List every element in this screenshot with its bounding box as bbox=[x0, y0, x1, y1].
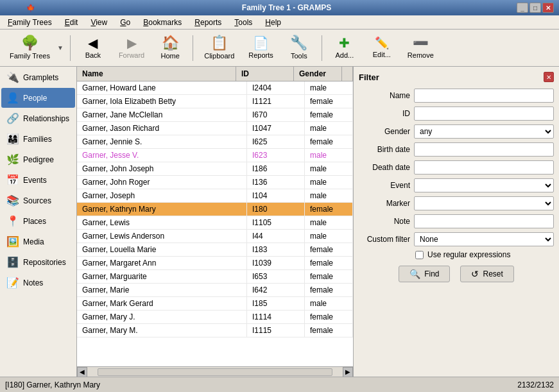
menu-reports[interactable]: Reports bbox=[189, 17, 227, 28]
td-gender: male bbox=[305, 149, 353, 162]
sidebar-item-relationships[interactable]: 🔗 Relationships bbox=[1, 108, 75, 128]
menu-edit[interactable]: Edit bbox=[60, 17, 83, 28]
tb-add-button[interactable]: ✚ Add... bbox=[327, 32, 362, 64]
sidebar-item-places[interactable]: 📍 Places bbox=[1, 211, 75, 231]
sidebar-item-families[interactable]: 👨‍👩‍👧 Families bbox=[1, 129, 75, 149]
hscroll-track[interactable] bbox=[98, 368, 332, 376]
horizontal-scrollbar[interactable]: ◀ ▶ bbox=[77, 366, 353, 377]
table-row[interactable]: Garner, Jane McClellanI670female bbox=[77, 108, 353, 122]
hscroll-left[interactable]: ◀ bbox=[77, 367, 87, 377]
table-row[interactable]: Garner, Jesse V.I623male bbox=[77, 149, 353, 162]
sidebar-item-events[interactable]: 📅 Events bbox=[1, 170, 75, 190]
td-id: I670 bbox=[247, 108, 305, 121]
td-name: Garner, Jesse V. bbox=[77, 149, 247, 162]
filter-custom-select[interactable]: None bbox=[414, 232, 554, 246]
sidebar-item-sources[interactable]: 📚 Sources bbox=[1, 191, 75, 210]
td-name: Garner, John Joseph bbox=[77, 162, 247, 175]
td-id: I185 bbox=[247, 297, 305, 310]
table-row[interactable]: Garner, Kathryn MaryI180female bbox=[77, 203, 353, 216]
filter-reset-button[interactable]: ↺ Reset bbox=[460, 266, 513, 282]
table-row[interactable]: Garner, Jennie S.I625female bbox=[77, 135, 353, 149]
table-row[interactable]: Garner, JosephI104male bbox=[77, 189, 353, 203]
tb-back-label: Back bbox=[85, 51, 101, 59]
table-row[interactable]: Garner, Lewis AndersonI44male bbox=[77, 230, 353, 243]
filter-name-input[interactable] bbox=[414, 89, 554, 103]
menu-help[interactable]: Help bbox=[260, 17, 286, 28]
sidebar-item-gramplets[interactable]: 🔌 Gramplets bbox=[1, 67, 75, 87]
filter-birthdate-input[interactable] bbox=[414, 142, 554, 157]
table-row[interactable]: Garner, LewisI1105male bbox=[77, 216, 353, 230]
table-row[interactable]: Garner, Mark GerardI185male bbox=[77, 297, 353, 311]
table-row[interactable]: Garner, Margaret AnnI1039female bbox=[77, 257, 353, 270]
tb-tools-button[interactable]: 🔧 Tools bbox=[282, 32, 316, 64]
close-button[interactable]: ✕ bbox=[542, 3, 554, 13]
td-gender: female bbox=[305, 324, 353, 337]
td-id: I1115 bbox=[247, 324, 305, 337]
filter-find-button[interactable]: 🔍 Find bbox=[399, 266, 450, 282]
table-row[interactable]: Garner, Mary M.I1115female bbox=[77, 324, 353, 337]
table-row[interactable]: Garner, Mary J.I1114female bbox=[77, 311, 353, 324]
td-gender: female bbox=[305, 203, 353, 216]
table-row[interactable]: Garner, John RogerI136male bbox=[77, 176, 353, 189]
table-row[interactable]: Garner, MarieI642female bbox=[77, 284, 353, 297]
sidebar-item-media[interactable]: 🖼️ Media bbox=[1, 232, 75, 251]
clipboard-icon: 📋 bbox=[211, 36, 228, 50]
filter-marker-row: Marker bbox=[359, 196, 554, 210]
table-body[interactable]: Garner, Howard LaneI2404maleGarner, Iola… bbox=[77, 81, 353, 366]
add-icon: ✚ bbox=[339, 37, 350, 49]
menu-tools[interactable]: Tools bbox=[229, 17, 257, 28]
col-gender[interactable]: Gender bbox=[294, 67, 342, 81]
sidebar-item-people[interactable]: 👤 People bbox=[1, 88, 75, 108]
table-row[interactable]: Garner, Iola Elizabeth BettyI1121female bbox=[77, 95, 353, 108]
familytrees-dropdown-arrow[interactable]: ▼ bbox=[56, 44, 65, 51]
sidebar-item-pedigree[interactable]: 🌿 Pedigree bbox=[1, 149, 75, 169]
td-gender: male bbox=[305, 297, 353, 310]
events-icon: 📅 bbox=[6, 174, 19, 186]
home-icon: 🏠 bbox=[162, 36, 179, 50]
filter-regex-checkbox[interactable] bbox=[415, 251, 424, 259]
sidebar-relationships-label: Relationships bbox=[23, 114, 69, 123]
col-name[interactable]: Name bbox=[77, 67, 236, 81]
places-icon: 📍 bbox=[6, 215, 19, 227]
tb-forward-button[interactable]: ▶ Forward bbox=[113, 32, 150, 64]
sidebar-events-label: Events bbox=[23, 176, 47, 185]
filter-note-input[interactable] bbox=[414, 214, 554, 228]
sidebar-item-repositories[interactable]: 🗄️ Repositories bbox=[1, 252, 75, 272]
tb-back-button[interactable]: ◀ Back bbox=[76, 32, 110, 64]
col-id[interactable]: ID bbox=[236, 67, 294, 81]
table-row[interactable]: Garner, MarguariteI653female bbox=[77, 270, 353, 284]
toolbar-sep-1 bbox=[70, 35, 71, 61]
menu-go[interactable]: Go bbox=[115, 17, 135, 28]
td-gender: female bbox=[305, 243, 353, 256]
tb-edit-button[interactable]: ✏️ Edit... bbox=[365, 32, 399, 64]
menu-view[interactable]: View bbox=[85, 17, 112, 28]
tb-reports-button[interactable]: 📄 Reports bbox=[243, 32, 279, 64]
maximize-button[interactable]: □ bbox=[529, 3, 541, 13]
filter-event-select[interactable] bbox=[414, 178, 554, 192]
filter-id-input[interactable] bbox=[414, 107, 554, 121]
tb-familytrees-button[interactable]: 🌳 Family Trees bbox=[4, 32, 56, 64]
tb-clipboard-button[interactable]: 📋 Clipboard bbox=[198, 32, 240, 64]
filter-deathdate-input[interactable] bbox=[414, 160, 554, 175]
table-row[interactable]: Garner, Louella MarieI183female bbox=[77, 243, 353, 257]
filter-close-button[interactable]: ✕ bbox=[544, 72, 554, 82]
minimize-button[interactable]: _ bbox=[517, 3, 528, 13]
td-id: I623 bbox=[247, 149, 305, 162]
content-area: Name ID Gender Garner, Howard LaneI2404m… bbox=[77, 67, 559, 377]
table-row[interactable]: Garner, John JosephI186male bbox=[77, 162, 353, 176]
table-row[interactable]: Garner, Howard LaneI2404male bbox=[77, 81, 353, 95]
td-gender: male bbox=[305, 176, 353, 189]
td-name: Garner, Lewis Anderson bbox=[77, 230, 247, 243]
filter-gender-select[interactable]: any male female unknown bbox=[414, 124, 554, 139]
filter-gender-row: Gender any male female unknown bbox=[359, 124, 554, 139]
table-row[interactable]: Garner, Jason RichardI1047male bbox=[77, 122, 353, 135]
tb-remove-button[interactable]: ➖ Remove bbox=[402, 32, 440, 64]
menu-family-trees[interactable]: Family Trees bbox=[3, 17, 57, 28]
gramplets-icon: 🔌 bbox=[6, 71, 19, 83]
hscroll-right[interactable]: ▶ bbox=[343, 367, 353, 377]
remove-icon: ➖ bbox=[413, 37, 429, 49]
tb-home-button[interactable]: 🏠 Home bbox=[153, 32, 187, 64]
sidebar-item-notes[interactable]: 📝 Notes bbox=[1, 273, 75, 293]
filter-marker-select[interactable] bbox=[414, 196, 554, 210]
menu-bookmarks[interactable]: Bookmarks bbox=[138, 17, 187, 28]
